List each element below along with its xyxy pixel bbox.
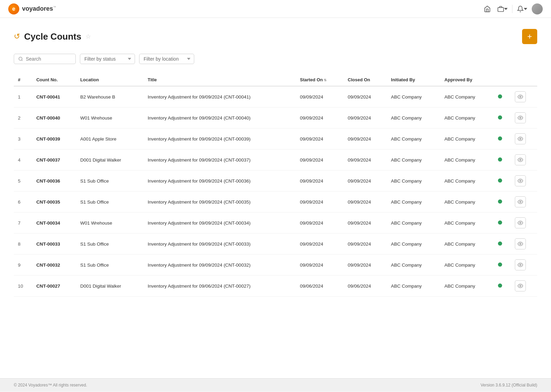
status-dot [498, 136, 502, 141]
header-right [482, 3, 543, 14]
cell-started-on: 09/09/2024 [296, 213, 344, 234]
table-row: 4 CNT-00037 D001 Digital Walker Inventor… [14, 149, 537, 171]
page-title-row: ↺ Cycle Counts ☆ [14, 31, 91, 42]
cell-status [494, 107, 511, 128]
cell-title: Inventory Adjustment for 09/09/2024 (CNT… [144, 171, 296, 192]
table-row: 9 CNT-00032 S1 Sub Office Inventory Adju… [14, 255, 537, 276]
view-button[interactable] [515, 259, 526, 270]
cell-closed-on: 09/09/2024 [344, 192, 387, 213]
status-filter-wrapper: Filter by status [80, 54, 135, 64]
cell-started-on: 09/09/2024 [296, 149, 344, 171]
notifications-button[interactable] [517, 3, 528, 14]
view-button[interactable] [515, 196, 526, 207]
cell-status [494, 234, 511, 255]
cell-closed-on: 09/09/2024 [344, 171, 387, 192]
cell-status [494, 128, 511, 149]
cell-started-on: 09/09/2024 [296, 86, 344, 107]
cell-location: S1 Sub Office [76, 255, 144, 276]
table-header: # Count No. Location Title Started On Cl… [14, 74, 537, 86]
view-button[interactable] [515, 175, 526, 186]
cell-view [511, 149, 537, 171]
logo-icon: e [8, 3, 19, 14]
search-input[interactable] [26, 56, 71, 62]
search-wrapper [14, 54, 76, 64]
status-dot [498, 94, 502, 99]
cell-approved-by: ABC Company [440, 192, 494, 213]
logo-sup: ™ [53, 6, 56, 9]
cell-initiated-by: ABC Company [387, 86, 440, 107]
view-button[interactable] [515, 91, 526, 102]
svg-point-3 [520, 96, 521, 97]
location-filter-wrapper: Filter by location [139, 54, 194, 64]
view-button[interactable] [515, 133, 526, 144]
copyright-text: © 2024 Voyadores™ All rights reserved. [14, 383, 87, 388]
search-icon [18, 56, 23, 61]
table-body: 1 CNT-00041 B2 Warehouse B Inventory Adj… [14, 86, 537, 297]
cell-closed-on: 09/09/2024 [344, 149, 387, 171]
cell-view [511, 86, 537, 107]
cell-initiated-by: ABC Company [387, 213, 440, 234]
cell-count-no: CNT-00040 [32, 107, 76, 128]
cell-initiated-by: ABC Company [387, 171, 440, 192]
location-filter[interactable]: Filter by location [139, 54, 194, 64]
cell-closed-on: 09/09/2024 [344, 213, 387, 234]
status-dot [498, 283, 502, 288]
header: e voyadores™ [0, 0, 551, 18]
cell-location: S1 Sub Office [76, 171, 144, 192]
table-row: 5 CNT-00036 S1 Sub Office Inventory Adju… [14, 171, 537, 192]
svg-point-7 [520, 180, 521, 182]
view-button[interactable] [515, 280, 526, 291]
col-initiated-by: Initiated By [387, 74, 440, 86]
tools-button[interactable] [497, 3, 508, 14]
status-filter[interactable]: Filter by status [80, 54, 135, 64]
cell-closed-on: 09/09/2024 [344, 107, 387, 128]
favorite-icon[interactable]: ☆ [85, 33, 91, 40]
col-actions [511, 74, 537, 86]
cell-count-no: CNT-00036 [32, 171, 76, 192]
col-started-on[interactable]: Started On [296, 74, 344, 86]
cell-initiated-by: ABC Company [387, 255, 440, 276]
page-title: Cycle Counts [24, 31, 81, 42]
cell-location: D001 Digital Walker [76, 276, 144, 297]
main-content: ↺ Cycle Counts ☆ + Filter by status Filt… [0, 18, 551, 378]
table-row: 1 CNT-00041 B2 Warehouse B Inventory Adj… [14, 86, 537, 107]
table-row: 10 CNT-00027 D001 Digital Walker Invento… [14, 276, 537, 297]
eye-icon [518, 220, 523, 226]
svg-point-1 [19, 57, 22, 60]
cell-status [494, 171, 511, 192]
cell-location: S1 Sub Office [76, 234, 144, 255]
cell-title: Inventory Adjustment for 09/09/2024 (CNT… [144, 255, 296, 276]
col-title: Title [144, 74, 296, 86]
cell-started-on: 09/09/2024 [296, 128, 344, 149]
view-button[interactable] [515, 238, 526, 249]
cell-num: 7 [14, 213, 32, 234]
logo-text: voyadores™ [22, 5, 56, 12]
cell-title: Inventory Adjustment for 09/09/2024 (CNT… [144, 107, 296, 128]
eye-icon [518, 157, 523, 163]
cell-view [511, 234, 537, 255]
eye-icon [518, 241, 523, 247]
cell-approved-by: ABC Company [440, 128, 494, 149]
view-button[interactable] [515, 154, 526, 165]
status-dot [498, 220, 502, 225]
table-row: 6 CNT-00035 S1 Sub Office Inventory Adju… [14, 192, 537, 213]
cell-num: 10 [14, 276, 32, 297]
cell-view [511, 255, 537, 276]
add-button[interactable]: + [522, 29, 537, 44]
cell-initiated-by: ABC Company [387, 149, 440, 171]
chevron-down-icon [524, 7, 527, 11]
table-row: 8 CNT-00033 S1 Sub Office Inventory Adju… [14, 234, 537, 255]
view-button[interactable] [515, 217, 526, 228]
cell-closed-on: 09/09/2024 [344, 86, 387, 107]
cell-view [511, 107, 537, 128]
avatar[interactable] [532, 3, 543, 14]
cell-started-on: 09/09/2024 [296, 192, 344, 213]
cell-location: S1 Sub Office [76, 192, 144, 213]
col-closed-on: Closed On [344, 74, 387, 86]
cell-num: 2 [14, 107, 32, 128]
view-button[interactable] [515, 112, 526, 123]
cell-status [494, 86, 511, 107]
home-button[interactable] [482, 3, 493, 14]
col-location: Location [76, 74, 144, 86]
cell-location: D001 Digital Walker [76, 149, 144, 171]
